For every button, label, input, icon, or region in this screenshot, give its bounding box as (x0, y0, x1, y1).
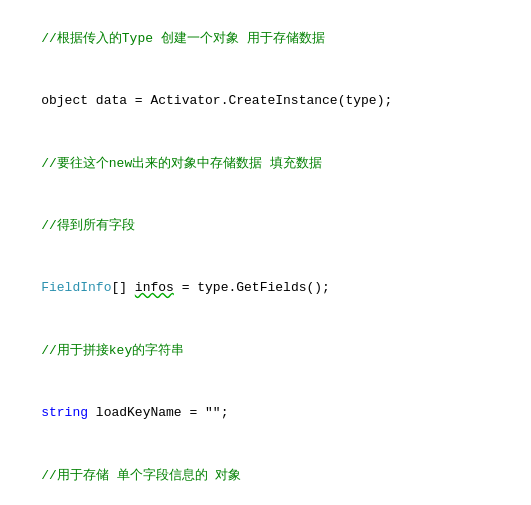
code-line-3: //要往这个new出来的对象中存储数据 填充数据 (10, 133, 521, 195)
comment-4: //得到所有字段 (41, 218, 135, 233)
comment-6: //用于拼接key的字符串 (41, 343, 184, 358)
kw-7: string (41, 405, 88, 420)
comment-1: //根据传入的Type 创建一个对象 用于存储数据 (41, 31, 324, 46)
code-line-7: string loadKeyName = ""; (10, 382, 521, 444)
code-container: //根据传入的Type 创建一个对象 用于存储数据 object data = … (0, 0, 531, 505)
comment-8: //用于存储 单个字段信息的 对象 (41, 468, 241, 483)
plain-2: object data = Activator.CreateInstance(t… (41, 93, 392, 108)
type-5a: FieldInfo (41, 280, 111, 295)
plain-5b: [] infos = type.GetFields(); (111, 280, 329, 295)
code-line-1: //根据传入的Type 创建一个对象 用于存储数据 (10, 8, 521, 70)
code-line-5: FieldInfo[] infos = type.GetFields(); (10, 258, 521, 320)
code-line-4: //得到所有字段 (10, 195, 521, 257)
comment-3: //要往这个new出来的对象中存储数据 填充数据 (41, 156, 322, 171)
code-line-6: //用于拼接key的字符串 (10, 320, 521, 382)
plain-7: loadKeyName = ""; (88, 405, 228, 420)
code-line-8: //用于存储 单个字段信息的 对象 (10, 445, 521, 505)
code-line-2: object data = Activator.CreateInstance(t… (10, 70, 521, 132)
